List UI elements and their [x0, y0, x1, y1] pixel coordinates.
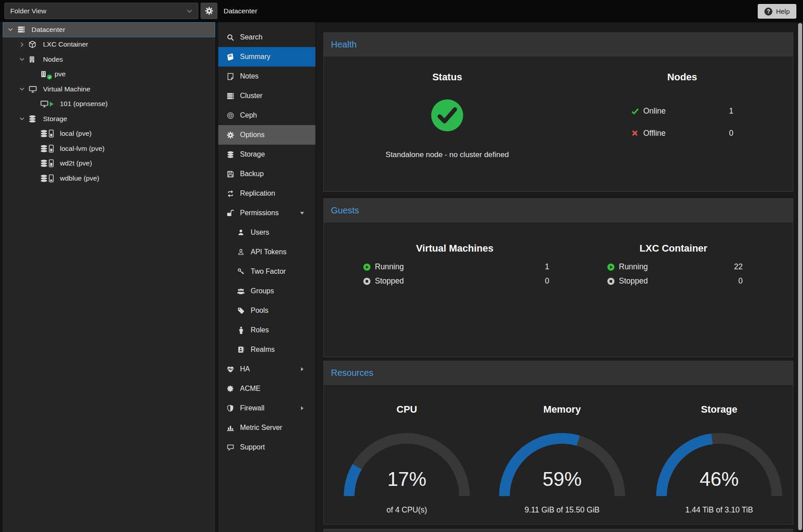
storage-usage-icon	[40, 145, 56, 153]
menu-item-notes[interactable]: Notes	[218, 67, 315, 86]
menu-item-label: Backup	[240, 170, 264, 178]
database-icon	[28, 115, 39, 123]
caret-down-icon[interactable]	[20, 57, 28, 62]
tree-item-label: Nodes	[43, 55, 63, 63]
status-heading: Status	[324, 71, 571, 83]
caret-down-icon[interactable]	[20, 87, 28, 91]
storage-gauge-title: Storage	[644, 404, 795, 415]
tree-item-storage-local[interactable]: local (pve)	[3, 126, 215, 142]
tree-item-storage-wdblue[interactable]: wdblue (pve)	[3, 171, 215, 186]
menu-item-search[interactable]: Search	[218, 28, 315, 47]
tree-settings-button[interactable]	[201, 3, 217, 19]
scrollbar-thumb[interactable]	[798, 23, 802, 530]
tag-icon	[237, 307, 245, 315]
play-circle-icon	[363, 263, 371, 271]
menu-item-backup[interactable]: Backup	[218, 164, 315, 184]
tree-item-datacenter[interactable]: Datacenter	[3, 22, 215, 37]
health-nodes-column: Nodes Online 1 Offline 0	[571, 56, 794, 192]
storage-gauge: Storage 46% 1.44 TiB of 3.10 TiB	[644, 385, 795, 525]
menu-item-groups[interactable]: Groups	[218, 281, 315, 301]
monitor-icon	[28, 85, 39, 93]
menu-item-ceph[interactable]: Ceph	[218, 106, 315, 125]
lock-open-icon	[226, 209, 234, 217]
menu-item-cluster[interactable]: Cluster	[218, 86, 315, 106]
caret-down-icon[interactable]	[20, 116, 28, 121]
tree-item-virtual-machine[interactable]: Virtual Machine	[3, 82, 215, 97]
menu-item-options[interactable]: Options	[218, 125, 315, 145]
nodes-offline-row: Offline 0	[631, 129, 733, 138]
cpu-gauge-subtext: of 4 CPU(s)	[331, 505, 482, 515]
cpu-gauge-value: 17%	[331, 467, 482, 492]
menu-item-pools[interactable]: Pools	[218, 301, 315, 320]
view-selector-dropdown[interactable]: Folder View	[4, 3, 198, 19]
tree-item-storage-local-lvm[interactable]: local-lvm (pve)	[3, 141, 215, 156]
menu-item-firewall[interactable]: Firewall	[218, 398, 315, 418]
caret-right-icon[interactable]	[20, 42, 28, 47]
menu-item-realms[interactable]: Realms	[218, 340, 315, 359]
nodes-online-row: Online 1	[631, 106, 733, 116]
tree-item-label: 101 (opnsense)	[60, 100, 108, 108]
database-icon	[226, 150, 234, 158]
resource-tree: Datacenter LXC Container Nodes pve Virtu…	[3, 22, 216, 532]
menu-item-replication[interactable]: Replication	[218, 184, 315, 203]
menu-item-api-tokens[interactable]: API Tokens	[218, 242, 315, 262]
book-icon	[226, 53, 234, 61]
memory-gauge-subtext: 9.11 GiB of 15.50 GiB	[487, 505, 638, 515]
storage-usage-icon	[40, 159, 56, 167]
key-icon	[237, 268, 245, 276]
person-icon	[237, 326, 245, 334]
vm-stopped-row: Stopped 0	[363, 276, 549, 286]
menu-item-summary[interactable]: Summary	[218, 47, 315, 67]
vm-running-row: Running 1	[363, 262, 549, 272]
tree-item-vm-101[interactable]: 101 (opnsense)	[3, 97, 215, 112]
menu-item-label: Search	[240, 33, 263, 41]
storage-usage-icon	[40, 130, 56, 138]
menu-item-label: Cluster	[240, 92, 263, 100]
tree-item-label: pve	[55, 70, 66, 78]
guests-panel: Guests Virtual Machines Running 1 Stoppe…	[323, 198, 793, 357]
tree-item-storage[interactable]: Storage	[3, 111, 215, 126]
menu-item-label: Notes	[240, 72, 259, 80]
menu-item-permissions[interactable]: Permissions	[218, 203, 315, 223]
play-circle-icon	[607, 263, 615, 271]
menu-item-roles[interactable]: Roles	[218, 320, 315, 340]
tree-item-lxc-container[interactable]: LXC Container	[3, 37, 215, 52]
nodes-heading: Nodes	[571, 71, 794, 83]
menu-item-acme[interactable]: ACME	[218, 379, 315, 398]
online-label: Online	[643, 106, 666, 116]
menu-item-label: Pools	[251, 307, 268, 315]
menu-item-metric-server[interactable]: Metric Server	[218, 418, 315, 437]
search-icon	[226, 33, 234, 41]
content-scrollbar[interactable]	[797, 22, 803, 532]
stopped-label: Stopped	[619, 276, 648, 286]
menu-item-support[interactable]: Support	[218, 437, 315, 457]
gear-icon	[205, 7, 213, 15]
top-bar: Folder View Datacenter ? Help	[0, 0, 803, 23]
tree-item-storage-wd2t[interactable]: wd2t (pve)	[3, 156, 215, 171]
menu-item-two-factor[interactable]: Two Factor	[218, 262, 315, 281]
tree-item-nodes[interactable]: Nodes	[3, 52, 215, 67]
health-panel: Health Status Standalone node - no clust…	[323, 32, 793, 192]
caret-down-icon[interactable]	[8, 27, 17, 32]
menu-item-users[interactable]: Users	[218, 223, 315, 242]
menu-item-label: Metric Server	[240, 424, 282, 432]
guests-vm-column: Virtual Machines Running 1 Stopped 0	[337, 222, 572, 358]
menu-item-label: Two Factor	[251, 268, 286, 276]
offline-label: Offline	[643, 129, 665, 138]
note-icon	[226, 72, 234, 80]
cpu-gauge: CPU 17% of 4 CPU(s)	[331, 385, 482, 525]
shield-icon	[226, 404, 234, 412]
memory-gauge: Memory 59% 9.11 GiB of 15.50 GiB	[487, 385, 638, 525]
guests-panel-title: Guests	[324, 199, 793, 222]
menu-item-label: Groups	[251, 287, 274, 295]
users-group-icon	[237, 287, 245, 295]
menu-item-ha[interactable]: HA	[218, 359, 315, 379]
tree-item-pve[interactable]: pve	[3, 67, 215, 82]
breadcrumb-title: Datacenter	[224, 0, 257, 22]
help-button[interactable]: ? Help	[758, 4, 796, 19]
vm-heading: Virtual Machines	[337, 243, 572, 254]
tree-item-label: wdblue (pve)	[60, 174, 99, 182]
user-outline-icon	[237, 248, 245, 256]
tree-item-label: wd2t (pve)	[60, 159, 92, 167]
menu-item-storage[interactable]: Storage	[218, 145, 315, 164]
